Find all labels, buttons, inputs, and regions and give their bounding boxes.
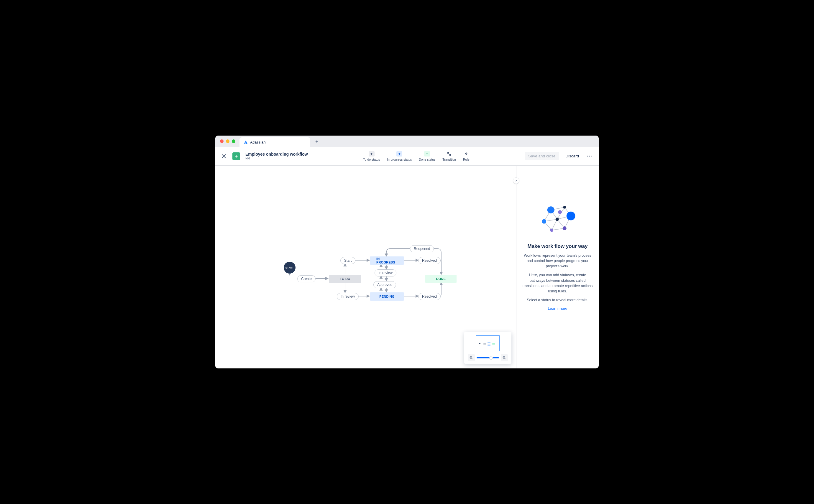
tool-label: Rule (463, 158, 470, 161)
svg-point-7 (566, 212, 575, 220)
svg-point-4 (542, 219, 546, 224)
transition-approved[interactable]: Approved (373, 281, 396, 288)
project-icon (232, 152, 240, 160)
transition-create[interactable]: Create (297, 275, 315, 282)
panel-paragraph-2: Here, you can add statuses, create pathw… (522, 272, 593, 294)
svg-point-9 (550, 228, 553, 232)
tool-label: To-do status (363, 158, 380, 161)
tool-label: Done status (419, 158, 435, 161)
transition-resolved-top[interactable]: Resolved (418, 257, 441, 264)
app-window: Atlassian ＋ Employee onboarding workflow… (215, 136, 599, 368)
add-todo-status-button[interactable]: + To-do status (363, 151, 380, 161)
transition-icon (446, 151, 452, 157)
main-area: START Create TO DO Start IN PROGRESS In … (215, 166, 599, 368)
svg-point-6 (563, 206, 566, 208)
plus-icon: + (424, 151, 430, 157)
svg-point-11 (558, 210, 562, 214)
workflow-canvas[interactable]: START Create TO DO Start IN PROGRESS In … (215, 166, 516, 368)
transition-start[interactable]: Start (340, 257, 355, 264)
status-todo[interactable]: TO DO (329, 275, 361, 283)
maximize-window-button[interactable] (232, 139, 235, 143)
collapse-panel-button[interactable] (513, 177, 519, 184)
new-tab-button[interactable]: ＋ (312, 137, 321, 146)
window-controls (218, 136, 238, 147)
toolbar: + To-do status + In-progress status + Do… (313, 151, 519, 161)
more-actions-button[interactable] (586, 154, 593, 158)
title-block: Employee onboarding workflow HR (245, 152, 308, 161)
zoom-controls (468, 354, 508, 361)
add-rule-button[interactable]: Rule (463, 151, 470, 161)
svg-point-10 (555, 218, 559, 221)
status-pending[interactable]: PENDING (370, 292, 404, 301)
editor-header: Employee onboarding workflow HR + To-do … (215, 147, 599, 166)
tab-title: Atlassian (250, 140, 266, 144)
zoom-slider[interactable] (477, 357, 499, 358)
panel-paragraph-3: Select a status to reveal more details. (527, 297, 588, 303)
project-name: HR (245, 157, 308, 160)
transition-in-review-left[interactable]: In review (337, 293, 358, 300)
tool-label: In-progress status (387, 158, 412, 161)
close-editor-button[interactable] (221, 153, 227, 159)
transition-reopened[interactable]: Reopened (410, 245, 434, 252)
svg-rect-1 (450, 154, 451, 155)
zoom-out-button[interactable] (468, 354, 475, 361)
panel-paragraph-1: Workflows represent your team's process … (522, 253, 593, 269)
panel-heading: Make work flow your way (527, 243, 588, 249)
tool-label: Transition (443, 158, 456, 161)
lightning-icon (463, 151, 469, 157)
zoom-in-button[interactable] (501, 354, 508, 361)
plus-icon: + (396, 151, 402, 157)
minimap (464, 332, 512, 364)
plus-icon: + (369, 151, 374, 157)
save-and-close-button[interactable]: Save and close (525, 152, 559, 160)
svg-point-8 (563, 226, 566, 230)
close-window-button[interactable] (220, 139, 223, 143)
workflow-illustration (539, 201, 577, 236)
atlassian-logo-icon (244, 140, 248, 144)
header-actions: Save and close Discard (525, 152, 593, 160)
add-transition-button[interactable]: Transition (443, 151, 456, 161)
browser-tab[interactable]: Atlassian (239, 137, 310, 147)
svg-point-5 (547, 206, 554, 213)
transition-in-review[interactable]: In review (374, 269, 396, 276)
svg-rect-0 (448, 152, 449, 154)
start-node[interactable]: START (284, 262, 295, 274)
transition-resolved-bottom[interactable]: Resolved (418, 293, 441, 300)
minimap-viewport[interactable] (476, 335, 500, 351)
discard-button[interactable]: Discard (562, 152, 583, 160)
add-done-status-button[interactable]: + Done status (419, 151, 435, 161)
workflow-title: Employee onboarding workflow (245, 152, 308, 157)
learn-more-link[interactable]: Learn more (548, 306, 567, 311)
status-in-progress[interactable]: IN PROGRESS (370, 256, 404, 265)
add-inprogress-status-button[interactable]: + In-progress status (387, 151, 412, 161)
minimize-window-button[interactable] (226, 139, 229, 143)
info-panel: Make work flow your way Workflows repres… (516, 166, 599, 368)
status-done[interactable]: DONE (425, 275, 457, 283)
browser-tabbar: Atlassian ＋ (215, 136, 599, 147)
